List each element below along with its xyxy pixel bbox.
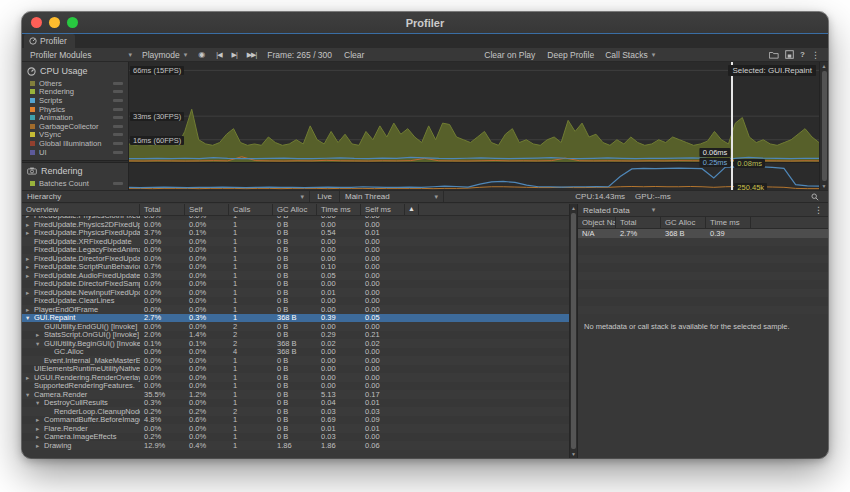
related-column-object-na[interactable]: Object Na xyxy=(578,217,616,228)
legend-drag-handle[interactable] xyxy=(113,108,123,111)
selected-frame-line[interactable] xyxy=(731,62,733,190)
legend-drag-handle[interactable] xyxy=(113,142,123,145)
kebab-menu-icon[interactable]: ⋮ xyxy=(811,50,820,60)
search-icon xyxy=(811,193,819,201)
column-header-self[interactable]: Self xyxy=(185,204,229,215)
table-row[interactable]: ▾GUIUtility.BeginGUI() [Invoke]0.1%0.1%2… xyxy=(22,339,569,348)
playmode-dropdown[interactable]: Playmode▾ xyxy=(138,49,191,61)
chart-region[interactable]: 66ms (15FPS)33ms (30FPS)16ms (60FPS) Sel… xyxy=(129,62,819,190)
cpu-usage-chart[interactable] xyxy=(129,62,819,162)
record-button[interactable]: ◉ xyxy=(193,49,210,61)
table-row[interactable]: ▾Camera.Render35.5%1.2%10 B5.130.17 xyxy=(22,390,569,399)
legend-drag-handle[interactable] xyxy=(113,99,123,102)
related-column-time-ms[interactable]: Time ms xyxy=(706,217,751,228)
legend-drag-handle[interactable] xyxy=(113,90,123,93)
table-row[interactable]: ▸FixedUpdate.AudioFixedUpdate0.3%0.0%10 … xyxy=(22,271,569,280)
table-row[interactable]: FixedUpdate.XRFixedUpdate0.0%0.0%10 B0.0… xyxy=(22,237,569,246)
table-row[interactable]: ▸FixedUpdate.Physics2DFixedUpdate0.0%0.0… xyxy=(22,220,569,229)
table-row[interactable]: ▸CommandBuffer.BeforeImageEffects4.8%0.6… xyxy=(22,416,569,425)
table-row[interactable]: ▸FixedUpdate.NewInputFixedUpdate0.0%0.0%… xyxy=(22,288,569,297)
related-data-dropdown[interactable]: Related Data xyxy=(583,206,630,215)
live-toggle[interactable]: Live xyxy=(310,191,340,202)
table-row[interactable]: ▸UGUI.Rendering.RenderOverlays0.0%0.0%10… xyxy=(22,373,569,382)
scroll-down-icon[interactable]: ▼ xyxy=(822,183,827,189)
table-row[interactable]: ▸FixedUpdate.ScriptRunBehaviourFixedUpda… xyxy=(22,263,569,272)
legend-drag-handle[interactable] xyxy=(113,182,123,185)
save-profile-button[interactable] xyxy=(785,50,794,59)
modules-scrollbar[interactable]: ▲ ▼ xyxy=(819,62,828,190)
rendering-chart[interactable] xyxy=(129,163,819,190)
legend-drag-handle[interactable] xyxy=(113,133,123,136)
related-rows: N/A2.7%368 B0.39 xyxy=(578,229,828,314)
next-frame-button[interactable]: ▶| xyxy=(228,49,241,61)
table-row[interactable]: ▸Camera.ImageEffects0.2%0.0%10 B0.030.00 xyxy=(22,433,569,442)
legend-item[interactable]: Batches Count xyxy=(22,179,128,188)
table-row[interactable]: ▸PlayerEndOfFrame0.0%0.0%10 B0.000.00 xyxy=(22,305,569,314)
table-row[interactable]: GUIUtility.EndGUI() [Invoke]0.0%0.0%20 B… xyxy=(22,322,569,331)
legend-item[interactable]: Others xyxy=(22,79,128,88)
thread-dropdown[interactable]: Main Thread▾ xyxy=(340,191,444,202)
column-header-overview[interactable]: Overview xyxy=(22,204,140,215)
table-row[interactable]: ▸FixedUpdate.PhysicsFixedUpdate3.7%0.1%1… xyxy=(22,229,569,238)
table-row[interactable]: ▾GUI.Repaint2.7%0.3%1368 B0.390.05 xyxy=(22,314,569,323)
table-row[interactable]: ▾DestroyCullResults0.3%0.0%10 B0.040.01 xyxy=(22,399,569,408)
table-row[interactable]: ▸FixedUpdate.DirectorFixedUpdate0.0%0.0%… xyxy=(22,254,569,263)
profiler-modules-dropdown[interactable]: Profiler Modules▾ xyxy=(26,49,136,61)
related-row[interactable]: N/A2.7%368 B0.39 xyxy=(578,229,828,238)
legend-drag-handle[interactable] xyxy=(113,151,123,154)
expand-arrow-icon[interactable]: ▸ xyxy=(36,442,44,450)
help-button[interactable]: ? xyxy=(800,50,805,59)
clear-on-play-button[interactable]: Clear on Play xyxy=(479,49,540,61)
legend-item[interactable]: Scripts xyxy=(22,96,128,105)
table-row[interactable]: FixedUpdate.LegacyFixedAnimationUpdate0.… xyxy=(22,246,569,255)
first-frame-button[interactable]: |◀ xyxy=(212,49,225,61)
column-header-gc-alloc[interactable]: GC Alloc xyxy=(273,204,317,215)
warnings-filter-icon[interactable]: ▲ xyxy=(405,204,419,215)
current-frame-button[interactable]: ▶▶| xyxy=(243,49,261,61)
clear-button[interactable]: Clear xyxy=(339,49,369,61)
table-row[interactable]: SupportedRenderingFeatures.0.0%0.0%10 B0… xyxy=(22,382,569,391)
scroll-down-icon[interactable]: ▼ xyxy=(571,451,576,457)
legend-item[interactable]: Physics xyxy=(22,105,128,114)
table-scrollbar[interactable]: ▲ ▼ xyxy=(569,204,578,458)
table-row[interactable]: FixedUpdate.DirectorFixedSampleCallback0… xyxy=(22,280,569,289)
scroll-up-icon[interactable]: ▲ xyxy=(822,63,827,69)
legend-item[interactable]: GarbageCollector xyxy=(22,122,128,131)
column-header-total[interactable]: Total xyxy=(140,204,185,215)
column-header-calls[interactable]: Calls xyxy=(229,204,273,215)
scroll-up-icon[interactable]: ▲ xyxy=(571,205,576,211)
legend-item[interactable]: Global Illumination xyxy=(22,139,128,148)
minimize-button[interactable] xyxy=(49,17,60,28)
table-row[interactable]: Event.Internal_MakeMasterEventCurrent0.0… xyxy=(22,356,569,365)
legend-item[interactable]: VSync xyxy=(22,131,128,140)
table-row[interactable]: FixedUpdate.ClearLines0.0%0.0%10 B0.000.… xyxy=(22,297,569,306)
close-button[interactable] xyxy=(31,17,42,28)
tab-profiler[interactable]: Profiler xyxy=(24,34,75,48)
table-row[interactable]: UIElementsRuntimeUtilityNative.Update0.0… xyxy=(22,365,569,374)
legend-drag-handle[interactable] xyxy=(113,82,123,85)
legend-item[interactable]: Rendering xyxy=(22,88,128,97)
tab-bar: Profiler xyxy=(22,34,828,48)
load-profile-button[interactable] xyxy=(769,51,779,59)
table-row[interactable]: ▸Drawing12.9%0.4%11.861.860.06 xyxy=(22,441,569,450)
legend-drag-handle[interactable] xyxy=(113,125,123,128)
zoom-button[interactable] xyxy=(67,17,78,28)
related-column-gc-alloc[interactable]: GC Alloc xyxy=(661,217,706,228)
table-row[interactable]: GC.Alloc0.0%0.0%4368 B0.000.00 xyxy=(22,348,569,357)
search-button[interactable] xyxy=(802,193,828,201)
call-stacks-dropdown[interactable]: Call Stacks▾ xyxy=(601,49,659,61)
related-column-total[interactable]: Total xyxy=(616,217,661,228)
deep-profile-button[interactable]: Deep Profile xyxy=(542,49,599,61)
column-header-self-ms[interactable]: Self ms xyxy=(361,204,405,215)
scrollbar-thumb[interactable] xyxy=(822,71,827,181)
table-row[interactable]: ▸StatsScript.OnGUI() [Invoke]2.0%1.4%20 … xyxy=(22,331,569,340)
legend-drag-handle[interactable] xyxy=(113,116,123,119)
legend-item[interactable]: Animation xyxy=(22,113,128,122)
scrollbar-thumb[interactable] xyxy=(571,213,576,449)
kebab-menu-icon[interactable]: ⋮ xyxy=(814,205,823,215)
table-row[interactable]: RenderLoop.CleanupNodeQueue0.2%0.2%20 B0… xyxy=(22,407,569,416)
table-row[interactable]: ▸Flare.Render0.0%0.0%10 B0.010.01 xyxy=(22,424,569,433)
view-mode-dropdown[interactable]: Hierarchy▾ xyxy=(22,191,310,202)
column-header-time-ms[interactable]: Time ms xyxy=(317,204,361,215)
legend-item[interactable]: UI xyxy=(22,148,128,157)
